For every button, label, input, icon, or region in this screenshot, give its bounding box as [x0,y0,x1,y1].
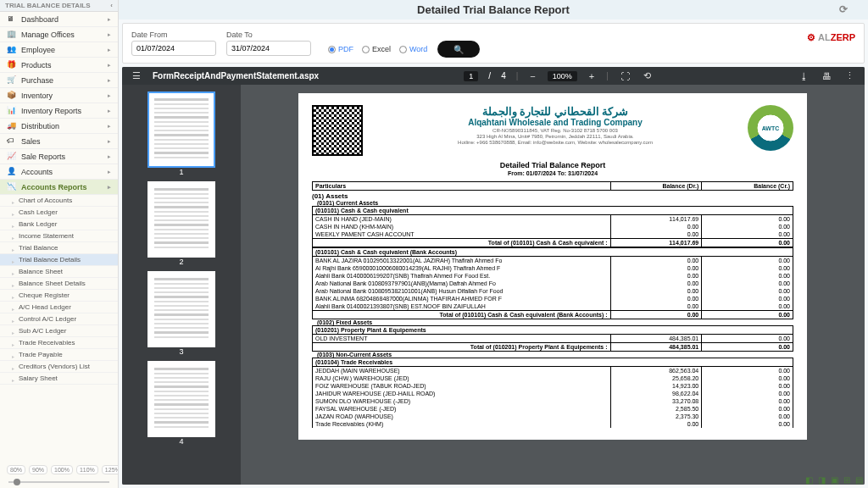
zoom-preset[interactable]: 80% [7,465,25,474]
sidebar-sub-sub-a-c-ledger[interactable]: ▸Sub A/C Ledger [0,325,118,337]
status-icons: ◧ ◨ ▣ ⊞ ▤ [805,475,863,485]
status-icon[interactable]: ◨ [818,475,826,485]
sidebar-item-purchase[interactable]: 🛒Purchase▸ [0,73,118,88]
chevron-right-icon: ▸ [108,47,111,53]
sidebar-sub-cash-ledger[interactable]: ▸Cash Ledger [0,207,118,219]
zoom-in-icon[interactable]: + [587,71,596,81]
search-button[interactable]: 🔍 [437,41,480,58]
chart-icon: 📊 [7,106,16,115]
sidebar-sub-trade-receivables[interactable]: ▸Trade Receivables [0,337,118,349]
menu-icon[interactable]: ☰ [131,70,142,81]
page-title: Detailed Trial Balance Report [417,3,570,16]
radio-excel[interactable]: Excel [362,45,391,53]
sidebar-sub-balance-sheet[interactable]: ▸Balance Sheet [0,266,118,278]
sidebar-sub-trial-balance[interactable]: ▸Trial Balance [0,242,118,254]
table-row: CASH IN HAND (JED-MAIN)114,017.690.00 [313,215,793,223]
date-from-input[interactable] [131,41,216,56]
qr-code [312,105,363,156]
fit-page-icon[interactable]: ⛶ [619,71,632,81]
sidebar-item-accounts-reports[interactable]: 📉Accounts Reports▸ [0,180,118,195]
sidebar-sub-bank-ledger[interactable]: ▸Bank Ledger [0,219,118,230]
sidebar-item-dashboard[interactable]: 🖥Dashboard▸ [0,12,118,27]
sidebar-collapse-icon[interactable]: ‹ [110,2,113,9]
sidebar-item-employee[interactable]: 👥Employee▸ [0,42,118,58]
company-name-ar: شركة القحطاني للتجارة والجملة [373,105,737,118]
search-icon: 🔍 [453,45,464,54]
zoom-preset[interactable]: 100% [51,465,73,474]
bullet-icon: ▸ [12,282,15,286]
table-row: RAJU (CHW.) WAREHOUSE (JED)25,658.200.00 [313,374,793,382]
zoom-preset[interactable]: 125% [102,465,119,474]
sidebar-header: TRIAL BALANCE DETAILS ‹ [0,0,118,12]
chevron-right-icon: ▸ [108,169,111,175]
table-row: Al Rajhi Bank 659000010006080014239(AL R… [313,264,793,272]
status-icon[interactable]: ⊞ [843,475,850,485]
bullet-icon: ▸ [12,235,15,238]
date-to-label: Date To [226,30,311,39]
thumbnail-3[interactable] [147,271,215,347]
status-icon[interactable]: ◧ [805,475,813,485]
monitor-icon: 🖥 [7,14,16,24]
sidebar-item-accounts[interactable]: 👤Accounts▸ [0,164,118,180]
sidebar-item-sales[interactable]: 🏷Sales▸ [0,134,118,149]
bullet-icon: ▸ [12,353,15,357]
bullet-icon: ▸ [12,294,15,297]
chevron-right-icon: ▸ [108,92,111,99]
table-row: JEDDAH (MAIN WAREHOUSE)862,563.040.00 [313,367,793,374]
sidebar-sub-cheque-register[interactable]: ▸Cheque Register [0,290,118,302]
chevron-right-icon: ▸ [108,108,111,114]
gift-icon: 🎁 [7,60,16,69]
sidebar-sub-trial-balance-details[interactable]: ▸Trial Balance Details [0,254,118,266]
rotate-icon[interactable]: ⟲ [642,70,653,81]
report-period: From: 01/07/2024 To: 31/07/2024 [312,170,793,176]
table-row: SUMON DLO WAREHOUSE (-JED)33,270.080.00 [313,397,793,405]
thumbnail-2[interactable] [147,181,215,258]
zoom-preset-row: 80%90%100%110%125% [3,462,114,478]
sidebar-sub-control-a-c-ledger[interactable]: ▸Control A/C Ledger [0,313,118,325]
sidebar-sub-trade-payable[interactable]: ▸Trade Payable [0,349,118,361]
zoom-preset[interactable]: 110% [76,465,98,474]
bullet-icon: ▸ [12,199,15,202]
gear-icon: ⚙ [807,32,815,42]
sidebar-item-manage-offices[interactable]: 🏢Manage Offices▸ [0,27,118,42]
download-icon[interactable]: ⭳ [798,71,810,81]
sidebar-sub-balance-sheet-details[interactable]: ▸Balance Sheet Details [0,278,118,290]
sidebar-sub-salary-sheet[interactable]: ▸Salary Sheet [0,373,118,385]
sidebar-sub-chart-of-accounts[interactable]: ▸Chart of Accounts [0,195,118,207]
status-icon[interactable]: ▣ [831,475,838,485]
zoom-slider[interactable] [8,481,109,483]
zoom-preset[interactable]: 90% [29,465,47,474]
radio-pdf[interactable]: PDF [328,45,353,53]
print-icon[interactable]: 🖶 [821,71,833,81]
sidebar-item-distribution[interactable]: 🚚Distribution▸ [0,119,118,134]
sidebar-item-products[interactable]: 🎁Products▸ [0,58,118,73]
sidebar-sub-income-statement[interactable]: ▸Income Statement [0,230,118,242]
document-area[interactable]: شركة القحطاني للتجارة والجملة Alqahtani … [241,85,865,485]
date-to-input[interactable] [226,41,311,56]
sidebar-item-sale-reports[interactable]: 📈Sale Reports▸ [0,149,118,164]
thumbnail-1[interactable] [147,92,215,168]
zoom-out-icon[interactable]: − [528,71,537,81]
thumbnail-4[interactable] [147,361,215,437]
status-icon[interactable]: ▤ [855,475,863,485]
table-row: Arab National Bank 0108095382101001(ANB)… [313,287,793,295]
report-page-1: شركة القحطاني للتجارة والجملة Alqahtani … [298,93,807,440]
sidebar-sub-creditors-vendors-list[interactable]: ▸Creditors (Vendors) List [0,361,118,373]
refresh-icon[interactable]: ⟳ [839,3,848,15]
more-icon[interactable]: ⋮ [843,70,856,81]
table-row: BANK AL JAZIRA 010295013322001(AL JAZIRA… [313,257,793,264]
sidebar-sub-a-c-head-ledger[interactable]: ▸A/C Head Ledger [0,302,118,313]
sidebar-item-inventory[interactable]: 📦Inventory▸ [0,88,118,103]
thumbnail-label: 1 [147,168,215,176]
table-row: WEEKLY PAMENT CASH ACCOUNT0.000.00 [313,230,793,238]
chevron-right-icon: ▸ [108,138,111,145]
radio-word[interactable]: Word [399,45,427,53]
thumbnail-label: 4 [147,437,215,446]
sidebar-item-inventory-reports[interactable]: 📊Inventory Reports▸ [0,103,118,119]
zoom-level[interactable]: 100% [548,71,577,81]
chevron-right-icon: ▸ [108,184,111,191]
bullet-icon: ▸ [12,330,15,333]
sidebar: TRIAL BALANCE DETAILS ‹ 🖥Dashboard▸🏢Mana… [0,0,119,488]
viewer-filename: FormReceiptAndPaymentStatement.aspx [153,71,319,80]
table-row: Trade Receivables (KHM)0.000.00 [313,420,793,428]
